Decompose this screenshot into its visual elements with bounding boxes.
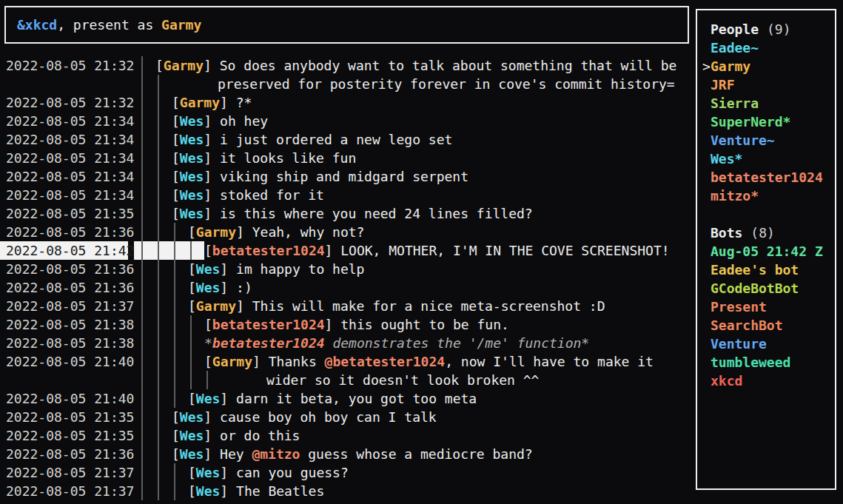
chat-line[interactable]: 2022-08-05 21:38*betatester1024 demonstr… [0,334,694,352]
bot-present[interactable]: Present [697,298,835,316]
thread-guide-line [158,334,174,352]
bots-label: Bots [711,224,742,242]
chat-line[interactable]: 2022-08-05 21:34[Wes] stoked for it [0,186,694,204]
message-text: [Garmy] Yeah, why not? [188,223,364,241]
marker-slot [702,75,711,94]
message-segment: [ [172,428,180,443]
thread-guides [141,149,174,167]
nick: Wes [180,446,204,462]
person-name: Wes* [711,149,742,168]
thread-guides [141,297,190,315]
thread-guides [141,408,174,426]
message-segment: ] [325,243,341,258]
message-segment: ] [204,409,220,425]
thread-guides [141,371,223,389]
chat-line[interactable]: 2022-08-05 21:40[Wes] darn it beta, you … [0,389,694,408]
message-segment: ] [204,58,220,73]
thread-guide-line [141,389,158,408]
thread-guide-line [141,297,158,315]
message-segment: ] [325,317,341,332]
chat-line[interactable]: preserved for posterity forever in cove'… [0,75,694,93]
message-text: [Garmy] This will make for a nice meta-s… [188,297,605,315]
person-sierra[interactable]: Sierra [697,94,835,112]
chat-line[interactable]: 2022-08-05 21:35[Wes] cause boy oh boy c… [0,408,694,426]
chat-line[interactable]: 2022-08-05 21:32[Garmy] So does anybody … [0,56,694,75]
marker-slot [702,131,711,149]
message-segment: ] [204,206,220,221]
message-segment: [ [188,261,196,277]
person-wes[interactable]: Wes* [697,149,835,168]
bot-xkcd[interactable]: xkcd [697,372,835,390]
person-eadee[interactable]: Eadee~ [697,38,835,57]
message-segment: :) [236,280,252,295]
marker-slot [702,187,711,205]
chat-line[interactable]: 2022-08-05 21:34[Wes] viking ship and mi… [0,167,694,186]
chat-line[interactable]: 2022-08-05 21:35[Wes] or do this [0,426,694,445]
person-jrf[interactable]: JRF [697,75,835,94]
timestamp: 2022-08-05 21:34 [0,167,141,186]
bot-name: Aug-05 21:42 Z [711,242,823,261]
bot-tumbleweed[interactable]: tumbleweed [697,353,835,372]
person-name: JRF [711,75,735,94]
chat-line[interactable]: 2022-08-05 21:34[Wes] i just ordered a n… [0,130,694,149]
chat-line[interactable]: 2022-08-05 21:34[Wes] oh hey [0,112,694,130]
chat-line[interactable]: 2022-08-05 21:36[Garmy] Yeah, why not? [0,223,694,241]
thread-guides [141,204,174,223]
thread-guide-line [141,149,158,167]
message-segment: demonstrates the '/me' function* [325,335,590,351]
thread-guides [141,278,190,297]
person-mitzo[interactable]: mitzo* [697,187,835,205]
thread-guide-line [141,75,158,93]
bot-aug-05-21-42-z[interactable]: Aug-05 21:42 Z [697,242,835,261]
chat-line[interactable]: 2022-08-05 21:35[Wes] is this where you … [0,204,694,223]
chat-line[interactable]: 2022-08-05 21:38[betatester1024] this ou… [0,315,694,334]
chat-line[interactable]: 2022-08-05 21:40[Garmy] Thanks @betatest… [0,352,694,371]
marker-slot [702,38,711,57]
chat-line[interactable]: 2022-08-05 21:37[Wes] The Beatles [0,482,694,500]
bot-venture[interactable]: Venture [697,335,835,353]
chat-line[interactable]: 2022-08-05 21:37[Garmy] This will make f… [0,297,694,315]
message-segment: [ [204,317,212,332]
chat-line[interactable]: wider so it doesn't look broken ^^ [0,371,694,389]
message-segment: [ [204,243,212,258]
chat-line[interactable]: 2022-08-05 21:32[Garmy] ?* [0,93,694,112]
person-name: SuperNerd* [711,112,790,131]
chat-line-highlighted[interactable]: 2022-08-05 21:42[betatester1024] LOOK, M… [0,241,694,260]
message-text: [Garmy] ?* [172,93,252,112]
thread-guides [141,463,190,482]
person-garmy[interactable]: >Garmy [697,57,835,75]
chat-line[interactable]: 2022-08-05 21:37[Wes] can you guess? [0,463,694,482]
message-segment: guess whose a mediocre band? [300,446,532,462]
people-header: People(9) [697,20,835,38]
people-list: Eadee~>GarmyJRFSierraSuperNerd*Venture~W… [697,38,835,205]
thread-guide-line [174,334,190,352]
room-name: &xkcd [17,17,57,33]
nick: Wes [180,206,204,221]
person-venture[interactable]: Venture~ [697,131,835,149]
bot-eadee-s-bot[interactable]: Eadee's bot [697,261,835,279]
person-betatester1024[interactable]: betatester1024 [697,168,835,187]
bot-gcodebotbot[interactable]: GCodeBotBot [697,279,835,298]
message-text: [Wes] can you guess? [188,463,349,482]
thread-guides [141,93,174,112]
chat-line[interactable]: 2022-08-05 21:36[Wes] im happy to help [0,260,694,278]
thread-guide-line [141,352,158,371]
bot-searchbot[interactable]: SearchBot [697,316,835,335]
marker-slot [702,261,711,279]
message-segment: or do this [220,428,300,443]
bot-name: SearchBot [711,316,783,335]
chat-line[interactable]: 2022-08-05 21:36[Wes] :) [0,278,694,297]
chat-line[interactable]: 2022-08-05 21:34[Wes] it looks like fun [0,149,694,167]
message-segment: ] [220,261,236,277]
chat-line[interactable]: 2022-08-05 21:36[Wes] Hey @mitzo guess w… [0,445,694,463]
person-supernerd[interactable]: SuperNerd* [697,112,835,131]
message-segment: [ [172,409,180,425]
thread-guide-line [141,408,158,426]
nick: @mitzo [252,446,300,462]
nick: Garmy [196,298,236,314]
thread-guide-line [141,445,158,463]
message-text: [betatester1024] LOOK, MOTHER, I'M IN TH… [204,241,670,260]
timestamp: 2022-08-05 21:36 [0,445,141,463]
thread-guide-line [141,260,158,278]
nick: @betatester1024 [325,354,446,369]
